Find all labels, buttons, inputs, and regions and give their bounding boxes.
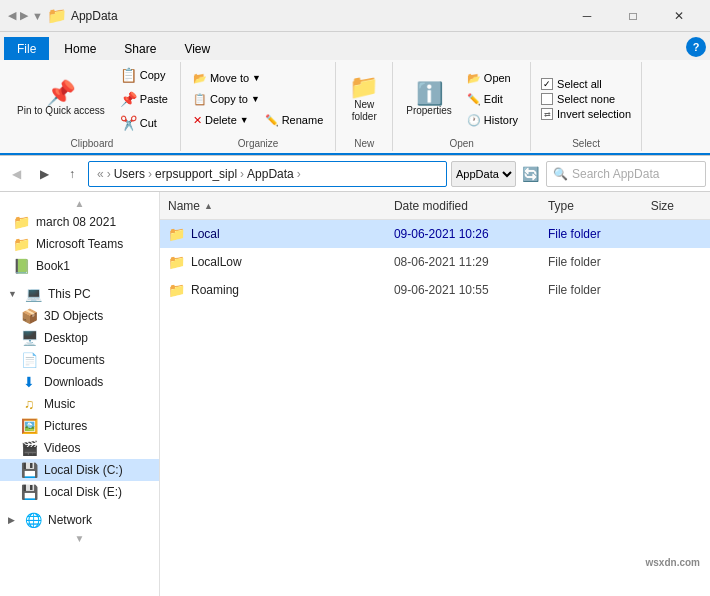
main-area: ▲ 📁 march 08 2021 📁 Microsoft Teams 📗 Bo… xyxy=(0,192,710,596)
select-buttons: ✓ Select all Select none ⇄ Invert select… xyxy=(537,77,635,121)
copy-button[interactable]: 📋 Copy xyxy=(114,64,174,86)
sidebar-item-desktop[interactable]: 🖥️ Desktop xyxy=(0,327,159,349)
sidebar-item-music[interactable]: ♫ Music xyxy=(0,393,159,415)
sidebar-label-localc: Local Disk (C:) xyxy=(44,463,123,477)
sidebar-scroll-down[interactable]: ▼ xyxy=(0,531,159,546)
sidebar-item-3dobjects[interactable]: 📦 3D Objects xyxy=(0,305,159,327)
title-bar-icons: ◀ ▶ ▼ 📁 AppData xyxy=(8,6,118,25)
folder-icon-roaming: 📁 xyxy=(168,282,185,298)
file-row-type-roaming: File folder xyxy=(548,283,651,297)
refresh-button[interactable]: 🔄 xyxy=(518,162,542,186)
path-user[interactable]: erpsupport_sipl xyxy=(155,167,237,181)
sidebar-label-book1: Book1 xyxy=(36,259,70,273)
organize-group: 📂 Move to ▼ 📋 Copy to ▼ ✕ Delete ▼ xyxy=(181,62,336,151)
path-dropdown[interactable]: AppData xyxy=(451,161,516,187)
pc-icon: 💻 xyxy=(24,286,42,302)
delete-label: Delete xyxy=(205,114,237,126)
expand-network-icon: ▶ xyxy=(8,515,18,525)
help-button[interactable]: ? xyxy=(686,37,706,57)
delete-button[interactable]: ✕ Delete ▼ xyxy=(187,111,255,130)
cut-button[interactable]: ✂️ Cut xyxy=(114,112,174,134)
sidebar-item-book1[interactable]: 📗 Book1 xyxy=(0,255,159,277)
path-users[interactable]: Users xyxy=(114,167,145,181)
pin-quick-access-button[interactable]: 📌 Pin to Quick access xyxy=(10,78,112,120)
file-row-roaming[interactable]: 📁 Roaming 09-06-2021 10:55 File folder xyxy=(160,276,710,304)
locale-icon: 💾 xyxy=(20,484,38,500)
sidebar-label-locale: Local Disk (E:) xyxy=(44,485,122,499)
file-row-date-locallow: 08-06-2021 11:29 xyxy=(394,255,548,269)
col-header-size[interactable]: Size xyxy=(651,199,702,213)
organize-label: Organize xyxy=(238,136,279,149)
clipboard-label: Clipboard xyxy=(71,136,114,149)
up-button[interactable]: ↑ xyxy=(60,162,84,186)
invert-label: Invert selection xyxy=(557,108,631,120)
sidebar-item-videos[interactable]: 🎬 Videos xyxy=(0,437,159,459)
close-button[interactable]: ✕ xyxy=(656,0,702,32)
minimize-button[interactable]: ─ xyxy=(564,0,610,32)
invert-icon: ⇄ xyxy=(541,108,553,120)
watermark: wsxdn.com xyxy=(646,557,700,568)
history-button[interactable]: 🕐 History xyxy=(461,111,524,130)
select-none-checkbox[interactable] xyxy=(541,93,553,105)
file-row-name-roaming: 📁 Roaming xyxy=(168,282,394,298)
tab-file[interactable]: File xyxy=(4,37,49,60)
select-label: Select xyxy=(572,136,600,149)
select-all-checkbox[interactable]: ✓ xyxy=(541,78,553,90)
col-header-date[interactable]: Date modified xyxy=(394,199,548,213)
3dobjects-icon: 📦 xyxy=(20,308,38,324)
address-path[interactable]: « › Users › erpsupport_sipl › AppData › xyxy=(88,161,447,187)
select-none-button[interactable]: Select none xyxy=(537,92,635,106)
sidebar-item-network[interactable]: ▶ 🌐 Network xyxy=(0,509,159,531)
sidebar-item-downloads[interactable]: ⬇ Downloads xyxy=(0,371,159,393)
paste-button[interactable]: 📌 Paste xyxy=(114,88,174,110)
sidebar-item-teams[interactable]: 📁 Microsoft Teams xyxy=(0,233,159,255)
maximize-button[interactable]: □ xyxy=(610,0,656,32)
file-row-name-local: 📁 Local xyxy=(168,226,394,242)
copy-to-label: Copy to xyxy=(210,93,248,105)
copy-to-button[interactable]: 📋 Copy to ▼ xyxy=(187,90,329,109)
quick-access-icon[interactable]: ◀ xyxy=(8,9,16,22)
tab-view[interactable]: View xyxy=(171,37,223,60)
paste-icon: 📌 xyxy=(120,91,137,107)
file-row-date-local: 09-06-2021 10:26 xyxy=(394,227,548,241)
file-name-local: Local xyxy=(191,227,220,241)
address-bar-actions: AppData 🔄 xyxy=(451,161,542,187)
search-box[interactable]: 🔍 Search AppData xyxy=(546,161,706,187)
sidebar-item-pictures[interactable]: 🖼️ Pictures xyxy=(0,415,159,437)
path-appdata[interactable]: AppData xyxy=(247,167,294,181)
new-folder-button[interactable]: 📁 Newfolder xyxy=(342,72,386,126)
copy-to-arrow: ▼ xyxy=(251,94,260,104)
tab-share[interactable]: Share xyxy=(111,37,169,60)
rename-button[interactable]: ✏️ Rename xyxy=(259,111,330,130)
dropdown-title-icon[interactable]: ▼ xyxy=(32,10,43,22)
cut-label: Cut xyxy=(140,117,157,129)
sidebar-item-documents[interactable]: 📄 Documents xyxy=(0,349,159,371)
copy-paste-group: 📋 Copy 📌 Paste ✂️ Cut xyxy=(114,64,174,134)
file-row-locallow[interactable]: 📁 LocalLow 08-06-2021 11:29 File folder xyxy=(160,248,710,276)
sidebar-item-march[interactable]: 📁 march 08 2021 xyxy=(0,211,159,233)
tab-home[interactable]: Home xyxy=(51,37,109,60)
move-to-button[interactable]: 📂 Move to ▼ xyxy=(187,69,329,88)
rename-label: Rename xyxy=(282,114,324,126)
edit-button[interactable]: ✏️ Edit xyxy=(461,90,524,109)
new-label: New xyxy=(354,136,374,149)
sidebar-item-localc[interactable]: 💾 Local Disk (C:) xyxy=(0,459,159,481)
organize-group-items: 📂 Move to ▼ 📋 Copy to ▼ ✕ Delete ▼ xyxy=(187,64,329,134)
file-name-roaming: Roaming xyxy=(191,283,239,297)
properties-button[interactable]: ℹ️ Properties xyxy=(399,80,459,119)
back-button[interactable]: ◀ xyxy=(4,162,28,186)
move-to-arrow: ▼ xyxy=(252,73,261,83)
open-item-button[interactable]: 📂 Open xyxy=(461,69,524,88)
invert-selection-button[interactable]: ⇄ Invert selection xyxy=(537,107,635,121)
sidebar-scroll-up[interactable]: ▲ xyxy=(0,196,159,211)
sidebar-item-locale[interactable]: 💾 Local Disk (E:) xyxy=(0,481,159,503)
select-all-button[interactable]: ✓ Select all xyxy=(537,77,635,91)
file-row-local[interactable]: 📁 Local 09-06-2021 10:26 File folder xyxy=(160,220,710,248)
sidebar-item-thispc[interactable]: ▼ 💻 This PC xyxy=(0,283,159,305)
nav-forward-title-icon[interactable]: ▶ xyxy=(20,9,28,22)
col-header-type[interactable]: Type xyxy=(548,199,651,213)
forward-button[interactable]: ▶ xyxy=(32,162,56,186)
col-header-name[interactable]: Name ▲ xyxy=(168,199,394,213)
videos-icon: 🎬 xyxy=(20,440,38,456)
music-icon: ♫ xyxy=(20,396,38,412)
